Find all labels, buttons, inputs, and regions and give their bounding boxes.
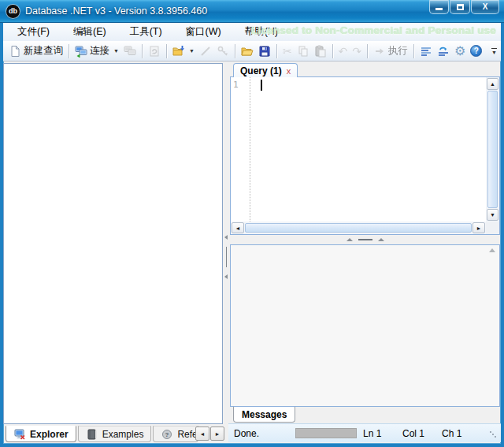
tab-scroll-left-button[interactable]: ◄ [195, 427, 209, 441]
toolbar-separator [235, 44, 235, 58]
examples-book-icon [86, 428, 98, 441]
progress-bar [295, 428, 357, 438]
disconnect-icon [124, 45, 136, 58]
explorer-tab-label: Explorer [30, 429, 69, 440]
status-char: Ch 1 [442, 428, 461, 439]
edit-connection-button[interactable] [197, 43, 214, 60]
collapse-left-icon [224, 274, 228, 279]
toolbar-separator [69, 44, 69, 58]
svg-text:?: ? [165, 431, 169, 438]
toolbar-separator [332, 44, 333, 58]
tab-reference[interactable]: ? Refe [153, 426, 198, 442]
messages-panel[interactable] [230, 244, 500, 407]
toolbar-overflow-button[interactable]: ▼ [489, 44, 499, 58]
scrollbar-corner [486, 222, 499, 234]
menu-item-window[interactable]: 窗口(W) [176, 24, 231, 40]
redo-arrow-icon: ↷ [352, 46, 361, 57]
menu-item-tools[interactable]: 工具(T) [120, 24, 172, 40]
explorer-computer-icon [13, 428, 26, 441]
resize-grip[interactable] [490, 431, 491, 433]
editor-text-area[interactable] [251, 77, 486, 222]
save-button[interactable] [256, 43, 273, 60]
horizontal-splitter[interactable] [230, 235, 500, 244]
scroll-right-button[interactable]: ► [472, 222, 485, 233]
tab-scroll-right-button[interactable]: ► [210, 427, 224, 441]
redo-button[interactable]: ↷ [350, 43, 364, 60]
settings-button[interactable]: ⚙ [452, 43, 468, 60]
paste-button[interactable] [312, 43, 329, 60]
query-tab-label: Query (1) [240, 65, 282, 76]
help-icon: ? [470, 45, 482, 57]
vertical-scroll-thumb[interactable] [487, 91, 498, 208]
splitter-grip [358, 239, 372, 240]
password-button[interactable] [214, 43, 232, 60]
new-query-button[interactable]: 新建查询 [6, 43, 65, 60]
scroll-left-button[interactable]: ◄ [232, 222, 244, 233]
scroll-up-button[interactable]: ▲ [487, 78, 498, 90]
reference-help-icon: ? [161, 428, 173, 441]
scroll-down-button[interactable]: ▼ [487, 209, 498, 221]
overflow-chevron-icon: ▼ [491, 50, 497, 55]
cut-button[interactable]: ✂ [280, 43, 295, 60]
vertical-splitter[interactable] [223, 63, 230, 424]
new-document-icon [9, 45, 21, 58]
close-button[interactable]: X [471, 0, 499, 14]
folder-down-arrow-icon [172, 45, 185, 58]
copy-button[interactable] [295, 43, 312, 60]
splitter-collapse-handle[interactable] [224, 235, 228, 279]
format-lines-icon [420, 45, 432, 58]
scissors-icon: ✂ [283, 46, 292, 57]
format-lines-button[interactable] [417, 43, 435, 60]
app-icon: db [6, 5, 20, 18]
reference-tab-label: Refe [177, 429, 197, 440]
gear-icon: ⚙ [454, 45, 465, 58]
disconnect-button[interactable] [121, 43, 139, 60]
execute-button[interactable]: 执行 [371, 43, 410, 60]
minimize-icon [435, 8, 443, 10]
window-controls: X [429, 0, 499, 14]
splitter-grip [226, 247, 227, 267]
minimize-button[interactable] [429, 0, 449, 14]
refresh-button[interactable] [146, 43, 163, 60]
help-button[interactable]: ? [468, 43, 484, 60]
title-bar[interactable]: db Database .NET v3 - Version 3.8.3956.4… [0, 0, 504, 23]
format-sql-icon [437, 45, 450, 58]
collapse-up-icon [346, 238, 353, 241]
license-watermark: Licensed to Non-Commercial and Personal … [251, 24, 496, 36]
tab-explorer[interactable]: Explorer [6, 426, 76, 442]
text-caret [261, 80, 262, 91]
open-folder-icon [241, 45, 254, 58]
editor-horizontal-scrollbar[interactable]: ◄ ► [231, 222, 486, 234]
explorer-tree-panel[interactable] [3, 63, 223, 424]
connect-icon [75, 45, 87, 58]
toolbar-separator [142, 44, 143, 58]
tab-examples[interactable]: Examples [78, 426, 152, 442]
line-number-gutter: 1 [231, 77, 243, 222]
close-tab-icon[interactable]: x [287, 66, 291, 76]
menu-item-file[interactable]: 文件(F) [8, 24, 59, 40]
save-floppy-icon [258, 45, 271, 58]
collapse-up-icon [378, 238, 384, 241]
status-bar: Done. Ln 1 Col 1 Ch 1 [228, 423, 501, 442]
new-query-label: 新建查询 [24, 44, 63, 58]
open-file-button[interactable] [239, 43, 256, 60]
horizontal-scroll-thumb[interactable] [245, 223, 472, 233]
menu-item-edit[interactable]: 编辑(E) [64, 24, 116, 40]
maximize-button[interactable] [450, 0, 470, 14]
refresh-icon [148, 45, 161, 58]
left-tab-strip: Explorer Examples ? Refe ◄ ► [3, 426, 224, 443]
undo-button[interactable]: ↶ [336, 43, 350, 60]
tab-query[interactable]: Query (1) x [233, 63, 298, 77]
execute-arrow-icon [373, 45, 386, 58]
chevron-down-icon: ▼ [113, 48, 119, 54]
clipboard-icon [314, 45, 327, 58]
editor-vertical-scrollbar[interactable]: ▲ ▼ [486, 77, 499, 222]
tab-messages[interactable]: Messages [233, 407, 295, 423]
undo-arrow-icon: ↶ [339, 46, 348, 57]
execute-label: 执行 [388, 44, 408, 58]
pencil-line-icon [199, 45, 212, 58]
connect-button[interactable]: 连接 ▼ [72, 43, 121, 60]
format-sql-button[interactable] [435, 43, 452, 60]
collapse-left-icon [224, 235, 228, 240]
open-database-button[interactable]: ▼ [170, 43, 197, 60]
